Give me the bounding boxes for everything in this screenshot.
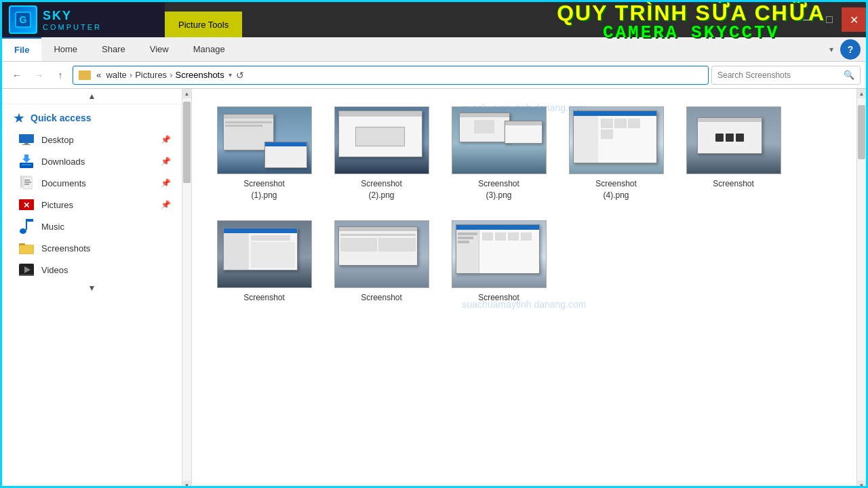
sidebar-wrapper: ▲ ★ Quick access Desktop 📌 <box>2 89 192 488</box>
svg-text:G: G <box>20 14 27 25</box>
downloads-icon <box>18 155 35 168</box>
svg-text:✕: ✕ <box>23 201 30 210</box>
sidebar-item-documents[interactable]: Documents 📌 <box>2 172 182 194</box>
sidebar-item-music[interactable]: Music <box>2 216 182 237</box>
title-bar: G SKY COMPUTER Picture Tools QUY TRÌNH S… <box>2 2 866 37</box>
file-thumbnail-4 <box>569 106 664 174</box>
path-root: « walte <box>96 70 127 80</box>
ribbon-collapse-icon[interactable]: ▾ <box>823 45 840 54</box>
sidebar-scroll-down-arrow[interactable]: ▼ <box>182 481 191 488</box>
file-thumbnail-8 <box>452 220 547 288</box>
file-item-7[interactable]: suachuamaytinhdanang.com Sc <box>326 212 437 309</box>
close-button[interactable]: ✕ <box>842 7 866 32</box>
file-thumbnail-2 <box>334 106 429 174</box>
svg-rect-3 <box>24 143 28 144</box>
file-name-8: Screenshot <box>478 292 519 304</box>
file-name-7: Screenshot <box>361 292 402 304</box>
file-thumbnail-6 <box>217 220 312 288</box>
file-name-4: Screenshot(4).png <box>595 178 637 201</box>
svg-rect-4 <box>22 144 31 145</box>
file-name-2: Screenshot(2).png <box>361 178 402 201</box>
file-item-6[interactable]: Screenshot <box>208 212 320 309</box>
pictures-pin-icon: 📌 <box>161 200 171 209</box>
sidebar-scroll-thumb[interactable] <box>183 102 191 183</box>
svg-rect-13 <box>24 184 29 185</box>
path-pictures: Pictures <box>135 70 167 80</box>
sidebar-item-desktop[interactable]: Desktop 📌 <box>2 129 182 150</box>
up-button[interactable]: ↑ <box>51 66 70 85</box>
file-thumbnail-7: suachuamaytinhdanang.com <box>334 220 429 288</box>
sidebar-scrollbar: ▲ ▼ <box>182 89 191 488</box>
tab-file[interactable]: File <box>2 37 41 61</box>
file-thumbnail-3 <box>452 106 547 174</box>
documents-icon <box>18 176 35 190</box>
file-name-3: Screenshot(3).png <box>478 178 519 201</box>
address-path[interactable]: « walte › Pictures › Screenshots ▾ ↺ <box>73 66 709 85</box>
scrollbar-thumb[interactable] <box>858 105 865 159</box>
refresh-button[interactable]: ↺ <box>236 70 244 81</box>
tab-view[interactable]: View <box>138 37 181 61</box>
svg-rect-7 <box>22 164 31 165</box>
path-sep-2: › <box>170 70 172 80</box>
search-icon: 🔍 <box>844 70 854 80</box>
address-bar: ← → ↑ « walte › Pictures › Screenshots ▾… <box>2 62 866 89</box>
search-box[interactable]: 🔍 <box>711 66 861 85</box>
sidebar-scroll-down[interactable]: ▼ <box>2 281 182 296</box>
file-item-2[interactable]: Screenshot(2).png <box>326 98 437 207</box>
downloads-label: Downloads <box>41 157 154 167</box>
file-item-3[interactable]: Screenshot(3).png <box>443 98 555 207</box>
videos-icon <box>18 263 35 277</box>
folder-icon <box>79 70 91 80</box>
quick-access-star-icon: ★ <box>13 110 25 126</box>
file-area: suachuamaytinh danang.com suachuamaytinh… <box>192 89 856 488</box>
sidebar-item-pictures[interactable]: ✕ Pictures 📌 <box>2 194 182 216</box>
tab-share[interactable]: Share <box>90 37 138 61</box>
logo-text: SKY COMPUTER <box>43 9 102 31</box>
scroll-up-icon[interactable]: ▲ <box>88 92 96 101</box>
file-thumbnail-1 <box>217 106 312 174</box>
scroll-down-arrow[interactable]: ▼ <box>857 481 866 488</box>
file-thumbnail-5 <box>686 106 781 174</box>
sidebar-scroll-track <box>182 98 191 481</box>
file-item-8[interactable]: Screenshot <box>443 212 555 309</box>
main-content: ▲ ★ Quick access Desktop 📌 <box>2 89 866 488</box>
app-logo: G SKY COMPUTER <box>2 2 165 37</box>
help-button[interactable]: ? <box>840 39 861 60</box>
desktop-icon <box>18 133 35 146</box>
path-screenshots: Screenshots <box>175 70 224 80</box>
pictures-label: Pictures <box>41 200 154 210</box>
sidebar-item-downloads[interactable]: Downloads 📌 <box>2 150 182 172</box>
title-tabs: Picture Tools <box>165 2 793 37</box>
scroll-down-icon[interactable]: ▼ <box>88 283 96 293</box>
forward-button[interactable]: → <box>29 66 48 85</box>
documents-pin-icon: 📌 <box>161 178 171 188</box>
search-input[interactable] <box>717 70 844 80</box>
sidebar-item-screenshots[interactable]: Screenshots <box>2 237 182 259</box>
picture-tools-tab[interactable]: Picture Tools <box>165 12 242 37</box>
scroll-up-arrow[interactable]: ▲ <box>857 89 866 98</box>
quick-access-label: Quick access <box>31 113 92 123</box>
svg-rect-2 <box>19 134 34 143</box>
quick-access-section[interactable]: ★ Quick access <box>2 104 182 129</box>
path-sep-1: › <box>130 70 132 80</box>
back-button[interactable]: ← <box>7 66 26 85</box>
maximize-button[interactable]: □ <box>817 7 842 32</box>
right-scrollbar: ▲ ▼ <box>856 89 866 488</box>
path-dropdown-icon[interactable]: ▾ <box>229 71 232 79</box>
desktop-pin-icon: 📌 <box>161 135 171 144</box>
sidebar-scroll-up-arrow[interactable]: ▲ <box>182 89 191 98</box>
sidebar: ▲ ★ Quick access Desktop 📌 <box>2 89 182 488</box>
downloads-pin-icon: 📌 <box>161 157 171 166</box>
file-item-5[interactable]: Screenshot <box>677 98 789 207</box>
tab-manage[interactable]: Manage <box>181 37 237 61</box>
sidebar-item-videos[interactable]: Videos <box>2 259 182 281</box>
file-item-1[interactable]: Screenshot(1).png <box>208 98 320 207</box>
sidebar-scroll-up[interactable]: ▲ <box>2 89 182 104</box>
logo-computer-label: COMPUTER <box>43 23 102 31</box>
svg-rect-11 <box>24 180 30 181</box>
file-item-4[interactable]: Screenshot(4).png <box>560 98 672 207</box>
tab-home[interactable]: Home <box>41 37 90 61</box>
file-name-1: Screenshot(1).png <box>243 178 285 201</box>
screenshots-label: Screenshots <box>41 243 171 253</box>
minimize-button[interactable]: — <box>793 7 817 32</box>
